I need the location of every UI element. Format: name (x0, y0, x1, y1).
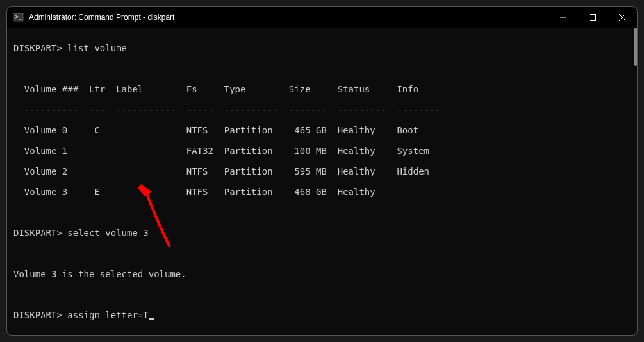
window-controls (549, 7, 637, 28)
command-text: select volume 3 (67, 228, 148, 238)
command-text: list volume (67, 43, 127, 53)
command-prompt-window: >_ Administrator: Command Prompt - diskp… (6, 6, 638, 336)
prompt: DISKPART> (13, 228, 62, 238)
table-row: Volume 1 FAT32 Partition 100 MB Healthy … (13, 146, 631, 156)
table-divider: ---------- --- ----------- ----- -------… (13, 105, 631, 115)
close-button[interactable] (607, 7, 637, 28)
prompt: DISKPART> (13, 43, 62, 53)
titlebar[interactable]: >_ Administrator: Command Prompt - diskp… (7, 7, 637, 28)
table-row: Volume 3 E NTFS Partition 468 GB Healthy (13, 187, 631, 197)
maximize-button[interactable] (578, 7, 607, 28)
svg-rect-3 (590, 15, 596, 21)
response-text: Volume 3 is the selected volume. (13, 269, 631, 279)
minimize-button[interactable] (549, 7, 578, 28)
command-text: assign letter=T (67, 310, 148, 320)
svg-text:>_: >_ (15, 14, 22, 20)
scrollbar[interactable] (634, 28, 637, 66)
window-title: Administrator: Command Prompt - diskpart (29, 13, 549, 22)
table-row: Volume 2 NTFS Partition 595 MB Healthy H… (13, 166, 631, 176)
cmd-icon: >_ (13, 12, 24, 22)
terminal-output[interactable]: DISKPART> list volume Volume ### Ltr Lab… (7, 28, 637, 335)
prompt: DISKPART> (13, 310, 62, 320)
table-row: Volume 0 C NTFS Partition 465 GB Healthy… (13, 125, 631, 135)
text-cursor (149, 318, 154, 320)
table-header: Volume ### Ltr Label Fs Type Size Status… (13, 84, 631, 94)
